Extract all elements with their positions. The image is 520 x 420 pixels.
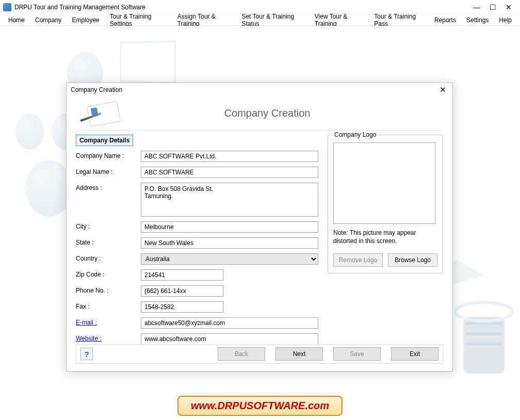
banner-title: Company Creation [134, 107, 442, 119]
fax-label: Fax : [76, 301, 141, 310]
email-label[interactable]: E-mail : [76, 317, 141, 326]
menu-company[interactable]: Company [30, 15, 67, 25]
main-menubar: Home Company Employee Tour & Training Se… [0, 14, 520, 26]
next-button[interactable]: Next [275, 347, 323, 361]
window-title: DRPU Tour and Training Management Softwa… [14, 4, 473, 11]
company-logo-panel: Company Logo Note: This picture may appe… [328, 135, 443, 273]
svg-rect-2 [465, 332, 502, 335]
company-name-input[interactable] [141, 151, 318, 162]
exit-button[interactable]: Exit [391, 347, 438, 361]
back-button[interactable]: Back [218, 347, 265, 361]
zip-input[interactable] [141, 269, 223, 281]
browse-logo-button[interactable]: Browse Logo [388, 253, 437, 267]
dialog-title: Company Creation [71, 86, 437, 93]
fax-input[interactable] [141, 301, 223, 313]
legal-name-label: Legal Name : [76, 167, 141, 175]
website-label[interactable]: Website : [76, 333, 141, 342]
company-logo-legend: Company Logo [332, 131, 378, 138]
menu-home[interactable]: Home [3, 15, 30, 25]
country-label: Country : [76, 253, 141, 262]
country-select[interactable]: Australia [141, 253, 318, 265]
website-input[interactable] [141, 333, 318, 345]
logo-note: Note: This picture may appear distorted … [333, 229, 437, 245]
dialog-footer: ? Back Next Save Exit [76, 344, 443, 364]
zip-label: Zip Code : [76, 269, 141, 278]
company-name-label: Company Name : [76, 151, 141, 159]
watermark-banner: www.DRPUSOFTWARE.com [177, 396, 343, 416]
dialog-titlebar: Company Creation ✕ [67, 83, 452, 96]
menu-employee[interactable]: Employee [67, 15, 104, 25]
phone-input[interactable] [141, 285, 223, 297]
address-label: Address : [76, 183, 141, 191]
app-icon [3, 3, 11, 11]
company-creation-dialog: Company Creation ✕ Company Creation Comp… [66, 83, 453, 371]
city-input[interactable] [141, 221, 318, 233]
save-button[interactable]: Save [333, 347, 381, 361]
dialog-close-button[interactable]: ✕ [437, 85, 448, 94]
maximize-button[interactable]: ☐ [490, 3, 496, 11]
email-input[interactable] [141, 317, 318, 329]
menu-help[interactable]: Help [494, 15, 517, 25]
address-input[interactable]: P.O. Box 508 Gravida St. Tamuning. [141, 183, 318, 217]
remove-logo-button[interactable]: Remove Logo [333, 253, 383, 267]
banner-planner-icon [77, 101, 128, 126]
dialog-banner: Company Creation [77, 96, 442, 131]
close-button[interactable]: ✕ [506, 3, 512, 11]
minimize-button[interactable]: — [473, 3, 480, 11]
logo-preview-box [333, 142, 435, 224]
company-details-header: Company Details [76, 135, 133, 146]
company-details-panel: Company Details Company Name : Legal Nam… [76, 135, 318, 345]
menu-reports[interactable]: Reports [429, 15, 461, 25]
svg-rect-3 [465, 343, 502, 346]
legal-name-input[interactable] [141, 167, 318, 178]
menu-settings[interactable]: Settings [461, 15, 494, 25]
help-icon[interactable]: ? [80, 348, 93, 360]
state-input[interactable] [141, 237, 318, 249]
state-label: State : [76, 237, 141, 246]
phone-label: Phone No. : [76, 285, 141, 294]
city-label: City : [76, 221, 141, 230]
